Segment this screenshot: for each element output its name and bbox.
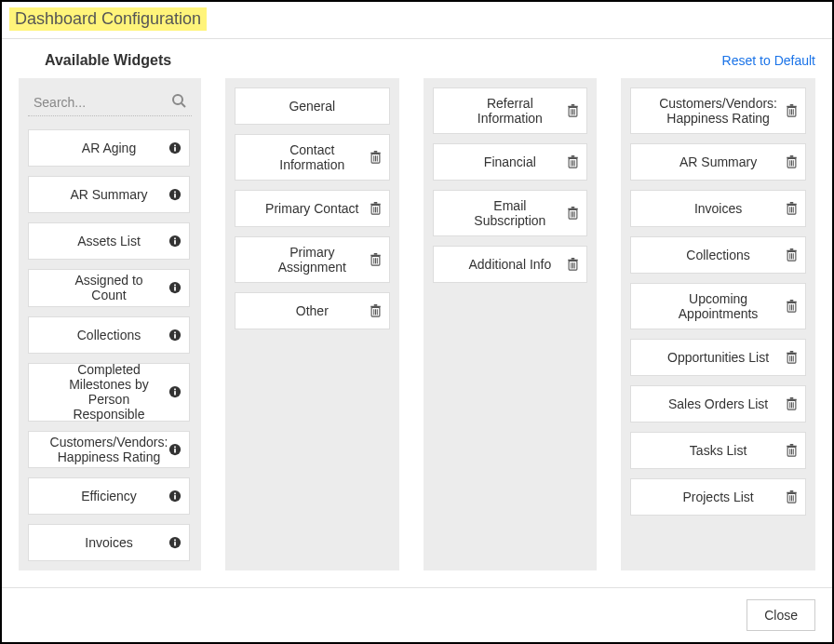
layout-widget-item[interactable]: Invoices [630,190,806,227]
layout-widget-item[interactable]: Customers/Vendors: Happiness Rating [630,87,806,134]
svg-rect-124 [790,444,794,446]
svg-rect-27 [174,542,176,545]
widget-label: Sales Orders List [646,396,790,411]
svg-rect-33 [370,153,381,154]
available-widget-item[interactable]: Customers/Vendors: Happiness Rating [28,431,190,469]
info-icon[interactable] [168,329,182,342]
available-widget-item[interactable]: Invoices [28,524,190,561]
info-icon[interactable] [168,235,182,248]
trash-icon[interactable] [567,258,579,271]
trash-icon[interactable] [786,351,798,364]
svg-rect-12 [174,287,176,290]
svg-rect-94 [790,202,794,204]
trash-icon[interactable] [786,202,798,215]
widget-label: Collections [664,248,772,262]
trash-icon[interactable] [786,248,798,262]
search-input[interactable] [32,93,188,112]
svg-rect-10 [174,238,176,240]
svg-rect-7 [174,192,176,194]
layout-column-2[interactable]: GeneralContact InformationPrimary Contac… [225,78,399,570]
layout-widget-item[interactable]: General [235,87,390,125]
info-icon[interactable] [168,281,182,294]
widget-label: Additional Info [447,257,574,272]
layout-widget-item[interactable]: Projects List [630,478,806,516]
svg-rect-111 [787,353,797,355]
available-widgets-list[interactable]: AR AgingAR SummaryAssets ListAssigned to… [28,129,192,561]
layout-widget-item[interactable]: Upcoming Appointments [630,283,806,329]
svg-rect-18 [174,391,176,395]
widget-label: Completed Milestones by Person Responsib… [34,362,183,422]
trash-icon[interactable] [786,155,798,168]
trash-icon[interactable] [370,253,382,266]
svg-rect-93 [787,204,797,206]
available-widget-item[interactable]: Assets List [28,222,190,260]
svg-rect-21 [174,449,176,452]
available-widget-item[interactable]: AR Aging [28,129,190,167]
svg-rect-130 [790,490,794,492]
layout-widget-item[interactable]: Tasks List [630,432,806,469]
layout-widget-item[interactable]: Collections [630,236,806,274]
layout-widget-item[interactable]: Sales Orders List [630,385,806,423]
layout-widget-item[interactable]: Contact Information [235,134,390,181]
layout-widget-item[interactable]: Opportunities List [630,339,806,376]
trash-icon[interactable] [786,397,798,410]
svg-rect-76 [572,258,575,260]
close-button[interactable]: Close [747,599,815,631]
available-widget-item[interactable]: Efficiency [28,477,190,515]
layout-widget-item[interactable]: Primary Contact [235,190,390,227]
svg-rect-87 [787,157,797,159]
svg-rect-52 [373,304,377,306]
trash-icon[interactable] [370,304,382,317]
layout-widget-item[interactable]: Referral Information [433,87,588,134]
header-row: Available Widgets Reset to Default [2,39,832,78]
svg-rect-34 [373,151,377,153]
layout-widget-item[interactable]: AR Summary [630,143,806,181]
reset-to-default-link[interactable]: Reset to Default [722,53,815,68]
trash-icon[interactable] [567,104,579,117]
layout-widget-item[interactable]: Primary Assignment [235,236,390,283]
info-icon[interactable] [168,385,182,398]
trash-icon[interactable] [567,207,579,220]
svg-rect-100 [790,248,794,250]
layout-widget-item[interactable]: Financial [433,143,588,181]
info-icon[interactable] [168,490,182,503]
widget-label: Efficiency [59,489,159,503]
svg-rect-117 [787,399,797,401]
svg-rect-63 [568,157,578,159]
svg-rect-82 [790,104,794,106]
available-widget-item[interactable]: Collections [28,316,190,354]
trash-icon[interactable] [567,155,579,168]
widget-label: Assets List [55,234,163,248]
svg-rect-58 [572,104,575,106]
trash-icon[interactable] [786,444,798,457]
layout-widget-item[interactable]: Email Subscription [433,190,588,236]
layout-widget-item[interactable]: Additional Info [433,246,588,283]
available-widget-item[interactable]: AR Summary [28,176,190,213]
info-icon[interactable] [168,536,182,549]
trash-icon[interactable] [370,151,382,164]
trash-icon[interactable] [786,300,798,313]
svg-rect-25 [174,493,176,495]
widget-label: Opportunities List [645,350,791,365]
trash-icon[interactable] [786,490,798,503]
info-icon[interactable] [168,188,182,201]
search-icon[interactable] [171,93,186,108]
trash-icon[interactable] [786,104,798,117]
layout-widget-item[interactable]: Other [235,292,390,329]
svg-rect-75 [568,260,578,262]
available-widget-item[interactable]: Completed Milestones by Person Responsib… [28,363,190,422]
available-widget-item[interactable]: Assigned to Count [28,269,190,307]
widget-label: Customers/Vendors: Happiness Rating [28,435,190,464]
svg-rect-99 [787,250,797,252]
available-widgets-column: AR AgingAR SummaryAssets ListAssigned to… [19,78,201,570]
svg-rect-6 [174,194,176,197]
info-icon[interactable] [168,443,182,456]
widget-label: Projects List [660,490,775,504]
svg-rect-39 [370,204,381,206]
layout-column-4[interactable]: Customers/Vendors: Happiness RatingAR Su… [621,78,815,570]
available-widgets-heading: Available Widgets [45,52,171,69]
trash-icon[interactable] [370,202,382,215]
layout-column-3[interactable]: Referral InformationFinancialEmail Subsc… [424,78,598,570]
widget-label: Financial [462,154,558,169]
info-icon[interactable] [168,141,182,154]
